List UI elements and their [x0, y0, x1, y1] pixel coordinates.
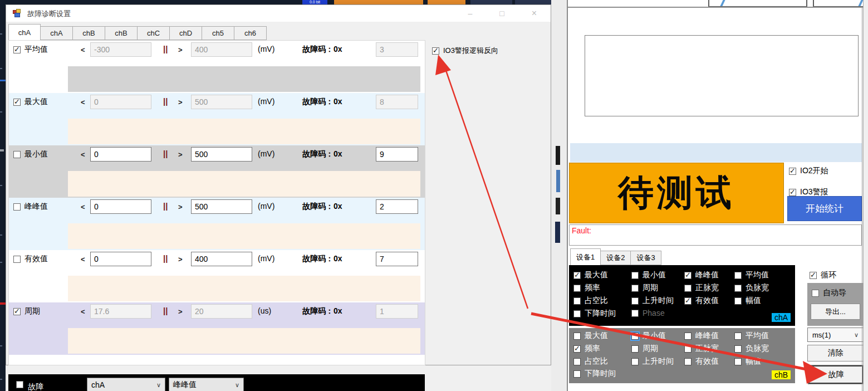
upper-limit-input[interactable]: [191, 199, 252, 214]
lower-limit-input[interactable]: [90, 304, 151, 319]
chB-metric-上升时间-checkbox[interactable]: 上升时间: [631, 356, 674, 366]
chB-metric-占空比-checkbox[interactable]: 占空比: [573, 356, 608, 366]
metric-enable-checkbox[interactable]: [13, 151, 21, 158]
chA-metric-平均值-checkbox[interactable]: 平均值: [734, 270, 769, 280]
upper-limit-input[interactable]: [191, 147, 252, 162]
chB-metric-负脉宽-checkbox[interactable]: 负脉宽: [734, 344, 769, 354]
device-tab-2[interactable]: 设备2: [601, 251, 631, 265]
chA-metric-峰峰值-checkbox[interactable]: 峰峰值: [684, 270, 719, 280]
fault-diagnosis-dialog: 故障诊断设置 – □ × chAchAchBchBchCchDch5ch6 平均…: [6, 4, 551, 365]
fault-code-input[interactable]: [376, 199, 418, 214]
chA-metric-上升时间-checkbox[interactable]: 上升时间: [631, 296, 674, 306]
chB-metric-有效值-checkbox[interactable]: 有效值: [684, 356, 719, 366]
fault-button[interactable]: 故障: [808, 365, 864, 384]
dialog-tab-chC-5[interactable]: chC: [138, 26, 170, 40]
lower-limit-input[interactable]: [90, 147, 151, 162]
dialog-tab-chD-6[interactable]: chD: [170, 26, 202, 40]
chA-metric-负脉宽-checkbox[interactable]: 负脉宽: [734, 283, 769, 293]
time-unit-select[interactable]: ms(1) ∨: [807, 328, 864, 342]
channel-select-value: chA: [91, 380, 105, 389]
close-button[interactable]: ×: [522, 5, 547, 22]
dialog-tab-chA-1[interactable]: chA: [8, 24, 41, 40]
checkbox-icon: [573, 285, 581, 292]
metric-grid-label: 周期: [643, 344, 658, 354]
device-tab-1[interactable]: 设备1: [570, 248, 601, 265]
chB-metric-周期-checkbox[interactable]: 周期: [631, 344, 658, 354]
device-tab-3[interactable]: 设备3: [631, 251, 661, 265]
fault-code-prefix: 故障码：0x: [302, 45, 342, 55]
dialog-tab-ch5-7[interactable]: ch5: [202, 26, 234, 40]
metric-enable-checkbox[interactable]: [13, 203, 21, 211]
metric-grid-label: 最大值: [585, 270, 608, 280]
lower-limit-input[interactable]: [90, 95, 151, 109]
upper-limit-input[interactable]: [191, 304, 252, 319]
dialog-tab-chB-3[interactable]: chB: [73, 26, 105, 40]
chA-metric-有效值-checkbox[interactable]: 有效值: [684, 296, 719, 306]
row-slider-area: [68, 171, 420, 197]
fault-code-input[interactable]: [376, 304, 418, 319]
chA-metric-周期-checkbox[interactable]: 周期: [631, 283, 658, 293]
loop-checkbox[interactable]: 循环: [810, 270, 836, 280]
checkbox-icon: [573, 358, 581, 365]
lower-limit-input[interactable]: [90, 252, 151, 266]
io2-start-checkbox[interactable]: IO2开始: [789, 166, 828, 176]
panel-right-border: [862, 7, 862, 391]
lower-limit-input[interactable]: [90, 199, 151, 214]
chA-metric-频率-checkbox[interactable]: 频率: [573, 283, 600, 293]
metric-enable-checkbox[interactable]: [13, 256, 21, 263]
chA-metric-占空比-checkbox[interactable]: 占空比: [573, 296, 608, 306]
gray-marker-line: [0, 149, 4, 151]
chB-metric-最大值-checkbox[interactable]: 最大值: [573, 331, 608, 341]
chA-metric-幅值-checkbox[interactable]: 幅值: [734, 296, 761, 306]
screen-right-edge: [863, 0, 868, 391]
export-button[interactable]: 导出...: [811, 304, 860, 320]
chB-metric-平均值-checkbox[interactable]: 平均值: [734, 331, 769, 341]
channel-select[interactable]: chA ∨: [87, 378, 165, 391]
less-than-sign: <: [81, 307, 85, 316]
minimize-button[interactable]: –: [458, 5, 483, 22]
lower-limit-input[interactable]: [90, 42, 151, 57]
chB-metric-峰峰值-checkbox[interactable]: 峰峰值: [684, 331, 719, 341]
fault-code-input[interactable]: [376, 42, 418, 57]
upper-limit-input[interactable]: [191, 252, 252, 266]
metric-block-4: 峰峰值<||>(mV)故障码：0x: [9, 198, 425, 250]
bitrate-fragment: 0.0 bit: [302, 0, 327, 4]
auto-export-checkbox[interactable]: 自动导: [812, 288, 846, 298]
metric-grid-label: 周期: [643, 283, 658, 293]
fault-code-input[interactable]: [376, 147, 418, 162]
checkbox-icon: [684, 333, 692, 340]
fault-checkbox[interactable]: [16, 381, 23, 388]
chA-metric-Phase-checkbox[interactable]: Phase: [631, 309, 665, 317]
chB-metric-下降时间-checkbox[interactable]: 下降时间: [573, 369, 616, 379]
maximize-button[interactable]: □: [489, 5, 514, 22]
metric-select[interactable]: 峰峰值 ∨: [169, 378, 244, 391]
start-statistics-button[interactable]: 开始统计: [787, 196, 862, 221]
metric-enable-checkbox[interactable]: [13, 46, 21, 53]
blue-mark: [720, 0, 725, 6]
upper-limit-input[interactable]: [191, 95, 252, 109]
chB-metric-正脉宽-checkbox[interactable]: 正脉宽: [684, 344, 719, 354]
fault-code-prefix: 故障码：0x: [302, 202, 342, 212]
io3-alarm-logic-reverse-checkbox[interactable]: IO3警报逻辑反向: [432, 46, 498, 56]
chB-metric-幅值-checkbox[interactable]: 幅值: [734, 356, 761, 366]
chA-metric-下降时间-checkbox[interactable]: 下降时间: [573, 309, 616, 319]
metric-enable-checkbox[interactable]: [13, 99, 21, 106]
fault-code-input[interactable]: [376, 252, 418, 266]
dialog-titlebar[interactable]: 故障诊断设置 – □ ×: [6, 5, 551, 22]
clear-button[interactable]: 清除: [807, 345, 864, 361]
chB-metric-频率-checkbox[interactable]: 频率: [573, 344, 600, 354]
chA-metric-正脉宽-checkbox[interactable]: 正脉宽: [684, 283, 719, 293]
chB-metric-最小值-checkbox[interactable]: 最小值: [631, 331, 666, 341]
fault-code-input[interactable]: [376, 95, 418, 109]
dialog-tab-chB-4[interactable]: chB: [105, 26, 138, 40]
metric-enable-checkbox[interactable]: [13, 308, 21, 315]
dialog-tab-chA-2[interactable]: chA: [41, 26, 73, 40]
metric-block-1: 平均值<||>(mV)故障码：0x: [9, 41, 425, 93]
dialog-tab-ch6-8[interactable]: ch6: [234, 26, 267, 40]
status-banner: 待测试: [569, 163, 784, 223]
checkbox-icon: [812, 290, 819, 297]
chA-metric-最小值-checkbox[interactable]: 最小值: [631, 270, 666, 280]
upper-limit-input[interactable]: [191, 42, 252, 57]
metric-grid-label: 正脉宽: [695, 283, 719, 293]
chA-metric-最大值-checkbox[interactable]: 最大值: [573, 270, 608, 280]
